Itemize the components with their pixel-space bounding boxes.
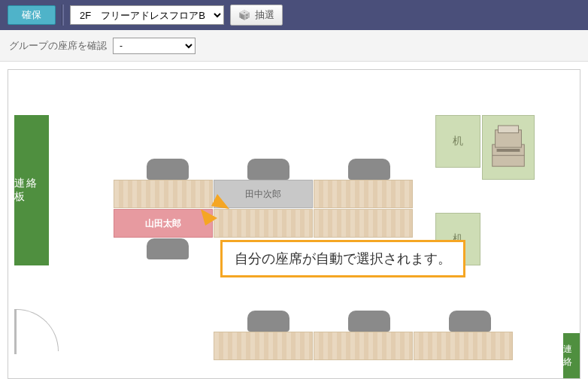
floor-canvas-wrap: 連絡板 机 机 田中次郎 山田太郎 — [0, 62, 588, 379]
svg-point-2 — [241, 17, 242, 18]
chair — [247, 311, 289, 332]
svg-rect-8 — [497, 149, 520, 152]
chair — [147, 238, 189, 259]
desk-seat[interactable] — [214, 332, 313, 360]
chair — [247, 159, 289, 180]
bulletin-board-right: 連絡 — [563, 333, 580, 378]
svg-point-1 — [241, 16, 242, 17]
chair — [147, 159, 189, 180]
chair — [348, 159, 390, 180]
lottery-button[interactable]: 抽選 — [230, 5, 283, 26]
svg-marker-11 — [201, 209, 217, 226]
printer-icon — [486, 123, 530, 174]
desk-seat[interactable] — [314, 180, 413, 208]
chair — [348, 311, 390, 332]
dice-icon — [238, 9, 250, 21]
floor-canvas[interactable]: 連絡板 机 机 田中次郎 山田太郎 — [8, 69, 580, 379]
group-seat-label: グループの座席を確認 — [9, 39, 107, 53]
toolbar-divider — [62, 5, 64, 26]
door-swing-arc — [17, 309, 59, 351]
desk-seat[interactable] — [414, 332, 513, 360]
lottery-label: 抽選 — [255, 8, 274, 22]
callout-pointer-icon — [195, 188, 240, 233]
svg-point-4 — [247, 17, 247, 18]
chair — [449, 311, 491, 332]
svg-rect-7 — [498, 126, 518, 133]
floor-select[interactable]: 2F フリーアドレスフロアB — [70, 5, 224, 25]
svg-point-0 — [244, 12, 244, 13]
svg-marker-10 — [211, 194, 229, 209]
bulletin-board-left: 連絡板 — [14, 115, 49, 265]
callout-tooltip: 自分の座席が自動で選択されます。 — [220, 240, 465, 277]
reserve-button[interactable]: 確保 — [8, 5, 56, 25]
sub-toolbar: グループの座席を確認 - — [0, 30, 588, 62]
desk-seat[interactable] — [314, 209, 413, 238]
side-desk-1: 机 — [435, 115, 480, 168]
desk-seat[interactable] — [314, 332, 413, 360]
top-toolbar: 確保 2F フリーアドレスフロアB 抽選 — [0, 0, 588, 30]
svg-point-3 — [247, 14, 247, 15]
group-select[interactable]: - — [113, 38, 195, 54]
